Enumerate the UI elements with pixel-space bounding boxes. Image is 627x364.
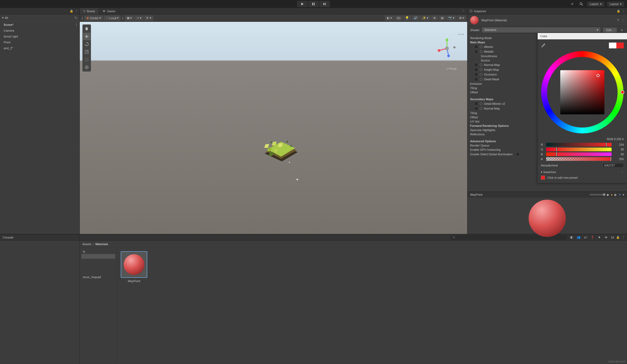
b-slider[interactable]: B 39	[541, 152, 624, 156]
step-button[interactable]	[319, 1, 330, 7]
console-tab[interactable]: Console	[3, 236, 13, 239]
layers-dropdown[interactable]: Layers▾	[587, 2, 604, 7]
rendering-mode-row[interactable]: Rendering Mode	[470, 36, 547, 40]
menu-icon[interactable]: ⋮	[622, 9, 625, 13]
menu-icon[interactable]: ⋮	[460, 8, 467, 14]
tiling-row[interactable]: Tiling	[470, 86, 547, 90]
detail-albedo-row[interactable]: Detail Albedo x2	[470, 101, 547, 106]
light-icon[interactable]: ☀	[618, 193, 621, 196]
audio-toggle[interactable]: 🔊	[412, 15, 420, 21]
color-wheel[interactable]	[541, 51, 624, 133]
rect-tool[interactable]	[83, 56, 90, 63]
asset-thumbnail[interactable]	[121, 251, 147, 278]
color-mode-dropdown[interactable]: RGB 0-255 ▾	[541, 137, 624, 142]
menu-icon[interactable]: ⋮	[622, 236, 625, 239]
metallic-row[interactable]: Metallic	[470, 49, 547, 54]
filter-type-icon[interactable]: 👥	[576, 235, 581, 240]
eyedropper-icon[interactable]	[541, 43, 546, 48]
settings-icon[interactable]: ⋮	[621, 19, 624, 22]
offset-row[interactable]: Offset	[470, 90, 547, 94]
point-gizmo[interactable]	[289, 162, 290, 163]
occlusion-row[interactable]: Occlusion	[470, 72, 547, 77]
hierarchy-item[interactable]: tional Light	[0, 34, 80, 39]
picker-icon[interactable]	[480, 45, 482, 48]
camera-settings[interactable]: 📷▾	[446, 15, 457, 21]
menu-icon[interactable]: ⋮	[75, 22, 78, 27]
hidden-icon[interactable]: 👁	[604, 235, 609, 240]
uvset-row[interactable]: UV Set	[470, 119, 547, 124]
search-icon[interactable]	[578, 1, 584, 7]
add-preset-button[interactable]: Click to add new preset	[541, 175, 624, 180]
r-slider[interactable]: R 234	[541, 143, 624, 147]
move-tool[interactable]	[83, 33, 90, 40]
asset-item[interactable]: WayPoint	[121, 251, 147, 283]
lock-icon[interactable]: 🔒	[616, 236, 620, 239]
play-preview-icon[interactable]: ▶	[607, 193, 609, 196]
folder-item[interactable]	[81, 254, 115, 259]
2d-toggle[interactable]: 2D	[395, 15, 403, 21]
shader-dropdown[interactable]: Standard▾	[482, 27, 600, 32]
orientation-gizmo[interactable]: y x z	[436, 38, 458, 59]
tiling2-row[interactable]: Tiling	[470, 111, 547, 115]
hierarchy-item[interactable]: Point	[0, 39, 80, 45]
reflections-row[interactable]: Reflections	[470, 132, 547, 136]
fx-toggle[interactable]: ✨▾	[420, 15, 430, 21]
checkbox[interactable]	[516, 152, 520, 156]
hue-cursor[interactable]	[621, 90, 624, 94]
scene-terrain-object[interactable]	[262, 132, 300, 164]
snap-toggle[interactable]: ⊹▾	[135, 15, 144, 21]
hex-input[interactable]	[603, 163, 624, 168]
layout-dropdown[interactable]: Layout▾	[607, 2, 624, 7]
grid-toggle[interactable]: ▦▾	[125, 15, 134, 21]
lock-icon[interactable]: 🔒	[617, 9, 620, 13]
a-slider[interactable]: A 255	[541, 157, 624, 161]
texture-slot[interactable]	[474, 45, 478, 49]
undo-history-icon[interactable]: ↺	[569, 1, 575, 7]
hierarchy-item[interactable]: Camera	[0, 28, 80, 34]
edit-shader-button[interactable]: Edit...	[603, 28, 617, 32]
draw-mode[interactable]: ◐▾	[385, 15, 394, 21]
source-row[interactable]: Source	[470, 58, 547, 62]
breadcrumb-item[interactable]: Assets	[82, 242, 91, 246]
normal-map-row[interactable]: Normal Map	[470, 62, 547, 67]
lock-icon[interactable]: 🔒	[70, 9, 73, 13]
folder-item[interactable]: ence_Vsquad	[81, 275, 115, 279]
layer-vis[interactable]: ▤	[439, 15, 446, 21]
sphere-icon[interactable]: ●	[611, 193, 613, 196]
sv-cursor[interactable]	[596, 74, 600, 77]
normal-map2-row[interactable]: Normal Map	[470, 106, 547, 111]
smoothness-row[interactable]: Smoothness	[470, 54, 547, 58]
log-icon[interactable]: ❗	[590, 235, 595, 240]
gizmo-settings[interactable]: ⊕▾	[457, 15, 466, 21]
preset-icon[interactable]: ≡	[620, 28, 624, 32]
foldout-icon[interactable]: ▾	[541, 170, 542, 174]
hierarchy-item[interactable]: Scene*⋮	[0, 22, 80, 28]
hand-tool[interactable]	[83, 25, 90, 32]
specular-row[interactable]: Specular Highlights	[470, 128, 547, 132]
scale-tool[interactable]	[83, 48, 90, 56]
detail-mask-row[interactable]: Detail Mask	[470, 77, 547, 82]
breadcrumb[interactable]: Assets › Materials	[80, 241, 627, 248]
render-queue-row[interactable]: Render Queue	[470, 143, 547, 148]
pause-button[interactable]	[308, 1, 319, 7]
preview-sphere[interactable]	[529, 200, 566, 237]
help-icon[interactable]: ?	[617, 19, 619, 22]
hierarchy-search[interactable]: ▾ All	[0, 14, 80, 21]
tab-scene[interactable]: ⌗ Scene	[80, 8, 99, 14]
filter-icon[interactable]: ◧	[569, 235, 574, 240]
emission-row[interactable]: Emission	[470, 82, 547, 86]
lighting-toggle[interactable]: 💡	[403, 15, 411, 21]
favorite-icon[interactable]: ★	[597, 235, 602, 240]
height-map-row[interactable]: Height Map	[470, 67, 547, 72]
play-button[interactable]	[297, 1, 308, 7]
albedo-row[interactable]: Albedo	[470, 44, 547, 49]
double-sided-row[interactable]: Double Sided Global Illumination	[470, 152, 547, 157]
rotate-tool[interactable]	[83, 40, 90, 48]
perspective-label[interactable]: ◁Persp	[446, 66, 457, 70]
point-light-gizmo[interactable]	[297, 179, 298, 180]
menu-icon[interactable]: ⋮	[75, 9, 78, 13]
offset2-row[interactable]: Offset	[470, 115, 547, 119]
hierarchy-item[interactable]: and_2*	[0, 45, 80, 51]
increment-snap[interactable]: ⊪▾	[144, 15, 153, 21]
tab-game[interactable]: 👁 Game	[99, 8, 119, 14]
